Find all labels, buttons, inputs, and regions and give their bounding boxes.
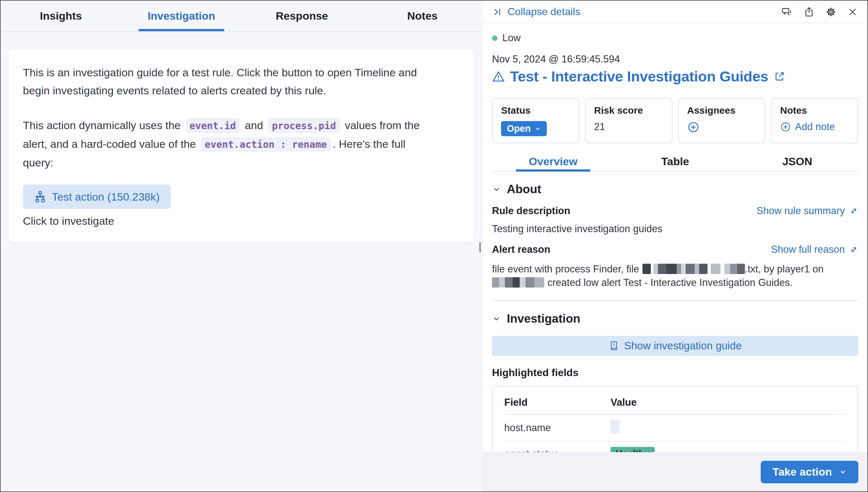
about-section-toggle[interactable]: About — [492, 182, 858, 196]
show-investigation-guide-button[interactable]: Show investigation guide — [492, 336, 858, 356]
value-column-header: Value — [611, 389, 846, 414]
status-open-badge[interactable]: Open — [501, 121, 547, 136]
take-action-label: Take action — [772, 466, 832, 478]
show-rule-summary-label: Show rule summary — [756, 205, 845, 217]
add-assignee-button[interactable] — [687, 121, 700, 133]
notes-card: Notes Add note — [771, 98, 858, 143]
guide-paragraph-1: This is an investigation guide for a tes… — [23, 64, 432, 99]
code-chip-event-action: event.action : rename — [201, 137, 331, 152]
reason-part-1: file event with process Finder, file — [492, 263, 639, 275]
table-header-row: Field Value — [504, 389, 846, 414]
show-investigation-guide-label: Show investigation guide — [624, 340, 742, 352]
left-tab-bar: Insights Investigation Response Notes — [1, 1, 483, 32]
comments-icon[interactable] — [782, 6, 793, 17]
open-rule-popout-icon[interactable] — [774, 71, 785, 82]
highlighted-fields-table: Field Value host.name agent.status Healt… — [504, 389, 846, 452]
highlighted-fields-heading: Highlighted fields — [492, 367, 858, 379]
settings-icon[interactable] — [825, 6, 837, 17]
investigation-section-toggle[interactable]: Investigation — [492, 312, 858, 325]
tab-insights[interactable]: Insights — [1, 1, 121, 31]
show-full-reason-link[interactable]: Show full reason — [771, 244, 858, 255]
rule-description-text: Testing interactive investigation guides — [492, 223, 858, 235]
reason-part-2: .txt, by player1 on — [745, 263, 824, 275]
severity-row: Low — [492, 32, 858, 44]
chevron-down-icon — [492, 314, 501, 323]
chevron-down-icon — [839, 468, 847, 476]
tab-response-label: Response — [276, 1, 328, 31]
redacted-block — [724, 264, 745, 274]
alert-rule-title[interactable]: Test - Interactive Investigation Guides — [510, 68, 769, 85]
redacted-value — [611, 420, 619, 434]
alert-reason-row: Alert reason Show full reason — [492, 244, 858, 255]
tab-overview-label: Overview — [529, 152, 578, 171]
tab-notes-label: Notes — [407, 1, 438, 31]
tab-investigation[interactable]: Investigation — [121, 1, 242, 31]
tab-json[interactable]: JSON — [736, 152, 858, 171]
risk-score-title: Risk score — [594, 105, 663, 116]
notes-title: Notes — [780, 105, 849, 116]
alert-title-row: Test - Interactive Investigation Guides — [492, 68, 858, 85]
expand-icon — [849, 245, 858, 254]
tab-response[interactable]: Response — [242, 1, 362, 31]
severity-dot — [492, 35, 497, 41]
guide-paragraph-2: This action dynamically uses the event.i… — [23, 116, 432, 172]
chevron-down-icon — [535, 126, 541, 132]
redacted-block — [653, 264, 707, 274]
field-cell: host.name — [504, 414, 611, 441]
circle-plus-icon — [780, 121, 791, 132]
test-action-button[interactable]: Test action (150.238k) — [23, 184, 171, 209]
table-row: host.name — [504, 414, 846, 441]
documentation-icon — [609, 341, 619, 351]
test-action-label: Test action (150.238k) — [52, 191, 160, 203]
alert-details-flyout: Collapse details — [483, 1, 867, 491]
guide-text-segment: This action dynamically uses the — [23, 119, 184, 131]
assignees-card: Assignees — [678, 98, 766, 143]
tab-table[interactable]: Table — [614, 152, 736, 171]
about-heading: About — [507, 182, 541, 196]
section-divider — [492, 300, 858, 301]
alert-reason-text: file event with process Finder, file.txt… — [492, 263, 858, 290]
assignees-title: Assignees — [687, 105, 756, 116]
close-icon[interactable] — [847, 7, 858, 17]
summary-cards-row: Status Open Risk score 21 Assignees — [492, 98, 858, 143]
alert-reason-label: Alert reason — [492, 244, 550, 255]
alert-timestamp: Nov 5, 2024 @ 16:59:45.594 — [492, 53, 858, 65]
export-icon[interactable] — [803, 6, 815, 17]
chevron-down-icon — [492, 185, 501, 194]
risk-score-card: Risk score 21 — [585, 98, 673, 143]
timeline-icon — [34, 191, 46, 203]
app-window: Insights Investigation Response Notes Th… — [0, 0, 868, 492]
collapse-details-icon — [493, 7, 502, 17]
redacted-block — [711, 264, 721, 274]
tab-overview[interactable]: Overview — [492, 152, 614, 171]
redacted-block — [492, 277, 544, 288]
expand-icon — [849, 206, 858, 215]
tab-investigation-label: Investigation — [147, 1, 215, 31]
investigation-heading: Investigation — [507, 312, 580, 325]
investigation-guide-card: This is an investigation guide for a tes… — [9, 49, 474, 242]
status-card-title: Status — [501, 105, 570, 116]
collapse-details-button[interactable]: Collapse details — [493, 6, 580, 18]
tab-notes[interactable]: Notes — [362, 1, 483, 31]
show-full-reason-label: Show full reason — [771, 244, 845, 255]
risk-score-value: 21 — [594, 121, 605, 133]
show-rule-summary-link[interactable]: Show rule summary — [756, 205, 858, 217]
code-chip-event-id: event.id — [186, 119, 240, 133]
take-action-button[interactable]: Take action — [761, 461, 858, 483]
alert-left-panel: Insights Investigation Response Notes Th… — [1, 1, 483, 491]
add-note-label: Add note — [795, 121, 835, 133]
rule-description-row: Rule description Show rule summary — [492, 205, 858, 217]
guide-text-segment: and — [242, 119, 266, 131]
circle-plus-icon — [687, 121, 700, 133]
warning-icon — [492, 70, 505, 83]
tab-insights-label: Insights — [40, 1, 82, 31]
add-note-button[interactable]: Add note — [780, 121, 835, 133]
status-card: Status Open — [492, 98, 579, 143]
reason-part-3: created low alert Test - Interactive Inv… — [547, 277, 793, 288]
flyout-tab-bar: Overview Table JSON — [492, 152, 858, 172]
highlighted-fields-card: Field Value host.name agent.status Healt… — [492, 386, 858, 452]
field-cell: agent.status — [504, 441, 611, 452]
rule-description-label: Rule description — [492, 205, 570, 217]
table-row: agent.status Healthy — [504, 441, 846, 452]
agent-status-badge: Healthy — [611, 447, 655, 452]
